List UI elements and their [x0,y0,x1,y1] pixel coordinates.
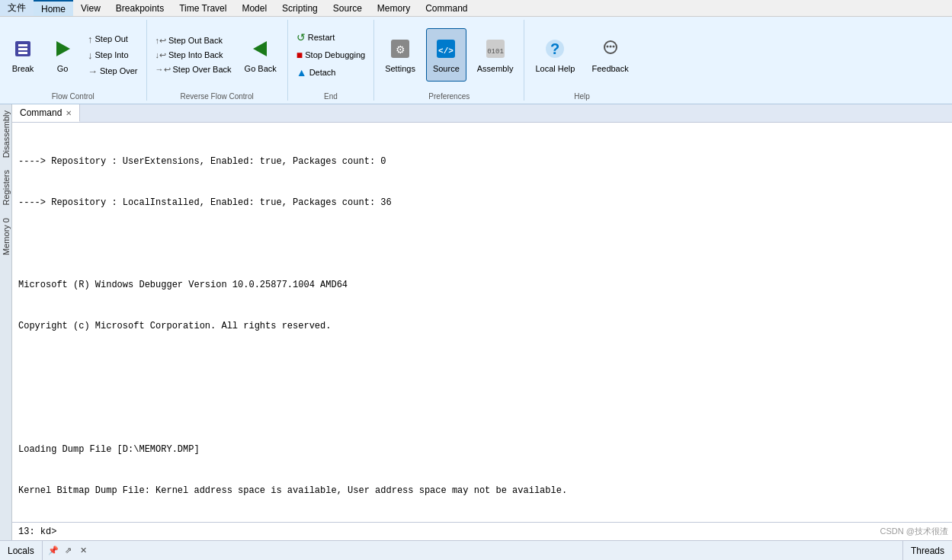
svg-rect-1 [18,44,27,46]
step-over-back-button[interactable]: →↩ Step Over Back [152,63,236,76]
svg-point-16 [609,46,611,48]
menu-model[interactable]: Model [234,0,274,16]
help-content: ? Local Help [529,20,634,90]
menu-time-travel[interactable]: Time Travel [171,0,234,16]
svg-marker-5 [253,41,267,56]
go-back-label: Go Back [245,64,277,73]
source-button[interactable]: </> Source [426,28,466,82]
svg-marker-4 [56,41,70,56]
assembly-label: Assembly [477,64,514,73]
command-tab[interactable]: Command ✕ [12,104,80,122]
settings-icon: ⚙ [388,37,412,61]
threads-tab[interactable]: Threads [902,541,952,560]
window-tabs: Command ✕ [12,104,952,123]
end-group-label: End [293,90,369,101]
step-over-back-icon: →↩ [155,65,171,75]
command-tab-close[interactable]: ✕ [66,109,72,117]
feedback-label: Feedback [591,64,628,73]
stop-icon: ■ [296,49,303,61]
step-into-icon: ↓ [88,50,93,61]
output-line-0: ----> Repository : UserExtensions, Enabl… [18,155,946,168]
menu-memory[interactable]: Memory [370,0,418,16]
menu-scripting[interactable]: Scripting [274,0,325,16]
sidebar-tab-registers[interactable]: Registers [0,164,11,211]
preferences-content: ⚙ Settings </> Source [379,20,519,90]
ribbon-group-preferences: ⚙ Settings </> Source [374,20,524,101]
menu-file[interactable]: 文件 [0,0,34,16]
menu-home[interactable]: Home [34,0,73,16]
end-group-content: ↺ Restart ■ Stop Debugging ▲ Detach [293,20,369,90]
settings-label: Settings [385,64,415,73]
ribbon-group-flow-control: Break Go ↑ Step Out [0,20,147,101]
svg-point-17 [612,46,614,48]
reverse-flow-content: ↑↩ Step Out Back ↓↩ Step Into Back →↩ St… [152,20,283,90]
svg-text:</>: </> [438,46,454,56]
break-icon [11,37,35,61]
menu-command[interactable]: Command [418,0,475,16]
step-out-button[interactable]: ↑ Step Out [84,32,142,46]
ribbon-group-end: ↺ Restart ■ Stop Debugging ▲ Detach End [288,20,374,101]
step-over-label: Step Over [100,66,138,75]
preferences-label: Preferences [379,90,519,101]
svg-text:0101: 0101 [487,48,504,56]
step-over-icon: → [88,66,98,77]
restart-button[interactable]: ↺ Restart [293,30,369,45]
menu-source[interactable]: Source [325,0,370,16]
output-line-2 [18,237,946,251]
settings-button[interactable]: ⚙ Settings [379,28,422,82]
flow-control-label: Flow Control [5,90,142,101]
menu-breakpoints[interactable]: Breakpoints [108,0,171,16]
cmd-prompt: 13: kd> [18,526,56,537]
command-tab-label: Command [20,107,62,118]
help-label: Help [529,90,634,101]
ribbon-group-reverse-flow: ↑↩ Step Out Back ↓↩ Step Into Back →↩ St… [147,20,288,101]
bottom-bar: Locals 📌 ⇗ ✕ Threads [0,540,952,560]
output-line-3: Microsoft (R) Windows Debugger Version 1… [18,278,946,292]
float-button[interactable]: ⇗ [63,545,75,557]
step-into-back-label: Step Into Back [168,50,223,59]
svg-text:⚙: ⚙ [396,43,405,56]
output-line-4: Copyright (c) Microsoft Corporation. All… [18,319,946,333]
menu-view[interactable]: View [73,0,108,16]
svg-rect-3 [18,52,27,54]
go-back-icon [248,37,273,61]
restart-icon: ↺ [296,31,306,43]
output-line-8: Kernel Bitmap Dump File: Kernel address … [18,484,946,498]
stop-debugging-button[interactable]: ■ Stop Debugging [293,47,369,62]
close-panel-button[interactable]: ✕ [78,545,90,557]
cmd-input-line: 13: kd> [12,522,952,540]
step-into-button[interactable]: ↓ Step Into [84,48,142,62]
break-button[interactable]: Break [5,28,41,82]
local-help-button[interactable]: ? Local Help [529,28,581,82]
step-out-back-button[interactable]: ↑↩ Step Out Back [152,34,236,47]
assembly-button[interactable]: 0101 Assembly [471,28,520,82]
go-button[interactable]: Go [44,28,81,82]
step-into-label: Step Into [95,50,129,59]
local-help-label: Local Help [535,64,575,73]
bottom-tab-actions: 📌 ⇗ ✕ [43,545,95,557]
feedback-button[interactable]: Feedback [585,28,634,82]
detach-button[interactable]: ▲ Detach [293,65,369,80]
step-into-back-button[interactable]: ↓↩ Step Into Back [152,49,236,62]
sidebar-tab-disassembly[interactable]: Disassembly [0,104,11,164]
content-area: Command ✕ ----> Repository : UserExtensi… [12,104,952,540]
step-over-button[interactable]: → Step Over [84,64,142,78]
svg-point-15 [606,46,608,48]
output-line-7: Loading Dump File [D:\MEMORY.DMP] [18,443,946,456]
sidebar-tab-memory[interactable]: Memory 0 [0,212,11,261]
ribbon-content: Break Go ↑ Step Out [0,17,952,104]
detach-label: Detach [309,68,336,77]
output-line-5 [18,360,946,374]
svg-text:?: ? [550,40,559,57]
command-output[interactable]: ----> Repository : UserExtensions, Enabl… [12,123,952,522]
local-help-icon: ? [543,37,567,61]
locals-label: Locals [8,546,34,556]
locals-tab[interactable]: Locals [0,541,43,560]
output-line-1: ----> Repository : LocalInstalled, Enabl… [18,196,946,210]
left-sidebar: Disassembly Registers Memory 0 [0,104,12,540]
cmd-input-field[interactable] [59,526,946,537]
pin-button[interactable]: 📌 [47,545,59,557]
output-line-6 [18,402,946,415]
go-back-button[interactable]: Go Back [239,28,283,82]
reverse-flow-label: Reverse Flow Control [152,90,283,101]
